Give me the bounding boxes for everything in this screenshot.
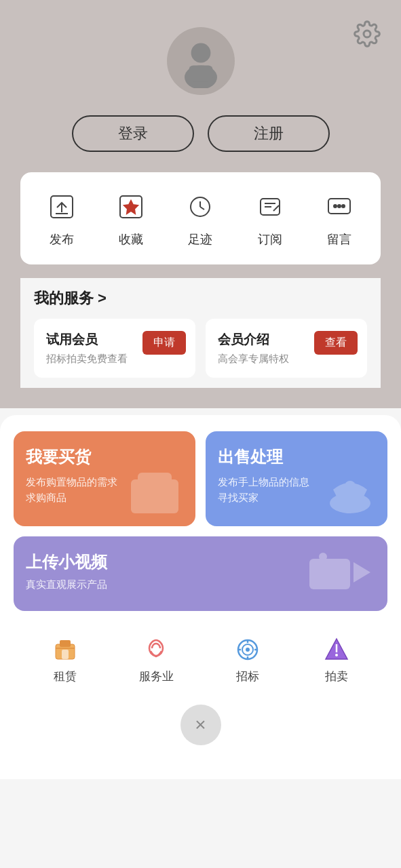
- quick-action-message[interactable]: 留言: [322, 189, 357, 248]
- footprint-label: 足迹: [188, 231, 212, 248]
- service-icon: [141, 635, 171, 665]
- close-button[interactable]: ×: [180, 705, 221, 745]
- services-header[interactable]: 我的服务 >: [34, 278, 367, 319]
- login-button[interactable]: 登录: [72, 115, 194, 152]
- register-button[interactable]: 注册: [208, 115, 330, 152]
- buy-card-icon: [128, 469, 189, 519]
- message-icon: [322, 189, 357, 224]
- svg-point-45: [335, 654, 338, 656]
- nav-service[interactable]: 服务业: [139, 635, 174, 684]
- trial-member-card: 试用会员 招标拍卖免费查看 申请: [34, 319, 195, 378]
- svg-point-26: [345, 481, 356, 492]
- close-button-container: ×: [14, 691, 387, 766]
- svg-point-19: [338, 205, 341, 208]
- avatar[interactable]: [167, 27, 235, 95]
- member-intro-card: 会员介绍 高会享专属特权 查看: [206, 319, 367, 378]
- service-label: 服务业: [139, 669, 174, 684]
- svg-rect-33: [60, 640, 71, 647]
- svg-point-0: [364, 31, 370, 37]
- svg-line-16: [273, 210, 275, 211]
- rental-icon: [50, 635, 80, 665]
- quick-action-publish[interactable]: 发布: [44, 189, 79, 248]
- svg-line-31: [326, 550, 330, 553]
- bid-icon: [233, 635, 263, 665]
- quick-action-collect[interactable]: 收藏: [113, 189, 149, 248]
- sell-card-title: 出售处理: [218, 446, 375, 468]
- collect-label: 收藏: [119, 231, 143, 248]
- trial-apply-button[interactable]: 申请: [142, 331, 186, 355]
- rental-label: 租赁: [54, 669, 77, 684]
- video-card-icon: [306, 549, 374, 599]
- avatar-container: [20, 27, 381, 95]
- sell-card-icon: [320, 469, 381, 519]
- bottom-sheet: 我要买货 发布购置物品的需求 求购商品 出售处理 发布手上物品的信息 寻找买家: [0, 415, 401, 779]
- bottom-nav: 租赁 服务业: [14, 625, 387, 691]
- svg-point-1: [191, 43, 210, 63]
- subscribe-icon: [252, 189, 288, 224]
- auth-buttons: 登录 注册: [20, 115, 381, 152]
- video-card[interactable]: 上传小视频 真实直观展示产品: [14, 536, 387, 611]
- svg-rect-27: [309, 559, 350, 589]
- buy-card[interactable]: 我要买货 发布购置物品的需求 求购商品: [14, 431, 195, 526]
- settings-icon[interactable]: [354, 20, 381, 47]
- auction-label: 拍卖: [325, 669, 348, 684]
- svg-marker-8: [124, 201, 138, 214]
- top-section: 登录 注册 发布 收藏: [0, 0, 401, 408]
- svg-point-18: [334, 205, 337, 208]
- svg-point-20: [342, 205, 345, 208]
- nav-bid[interactable]: 招标: [233, 635, 263, 684]
- member-view-button[interactable]: 查看: [314, 331, 358, 355]
- my-services: 我的服务 > 试用会员 招标拍卖免费查看 申请 会员介绍 高会享专属特权 查看: [20, 278, 381, 388]
- buy-card-title: 我要买货: [26, 446, 183, 468]
- svg-rect-22: [138, 473, 172, 507]
- services-cards: 试用会员 招标拍卖免费查看 申请 会员介绍 高会享专属特权 查看: [34, 319, 367, 378]
- clock-icon: [183, 189, 218, 224]
- quick-action-subscribe[interactable]: 订阅: [252, 189, 288, 248]
- publish-label: 发布: [50, 231, 74, 248]
- quick-actions: 发布 收藏 足迹: [20, 172, 381, 264]
- svg-rect-3: [189, 65, 212, 81]
- svg-point-38: [246, 648, 250, 652]
- bid-label: 招标: [236, 669, 259, 684]
- nav-auction[interactable]: 拍卖: [322, 635, 351, 684]
- message-label: 留言: [327, 231, 351, 248]
- star-icon: [113, 189, 149, 224]
- auction-icon: [322, 635, 351, 665]
- action-cards-grid: 我要买货 发布购置物品的需求 求购商品 出售处理 发布手上物品的信息 寻找买家: [14, 431, 387, 526]
- publish-icon: [44, 189, 79, 224]
- sell-card[interactable]: 出售处理 发布手上物品的信息 寻找买家: [206, 431, 387, 526]
- svg-rect-34: [62, 650, 69, 659]
- svg-marker-28: [354, 562, 370, 583]
- services-title: 我的服务: [34, 288, 94, 309]
- quick-action-footprint[interactable]: 足迹: [183, 189, 218, 248]
- svg-line-30: [320, 550, 323, 553]
- nav-rental[interactable]: 租赁: [50, 635, 80, 684]
- svg-point-29: [319, 553, 327, 561]
- svg-line-11: [200, 207, 204, 210]
- svg-line-15: [275, 205, 279, 210]
- services-arrow: >: [98, 290, 107, 307]
- subscribe-label: 订阅: [258, 231, 282, 248]
